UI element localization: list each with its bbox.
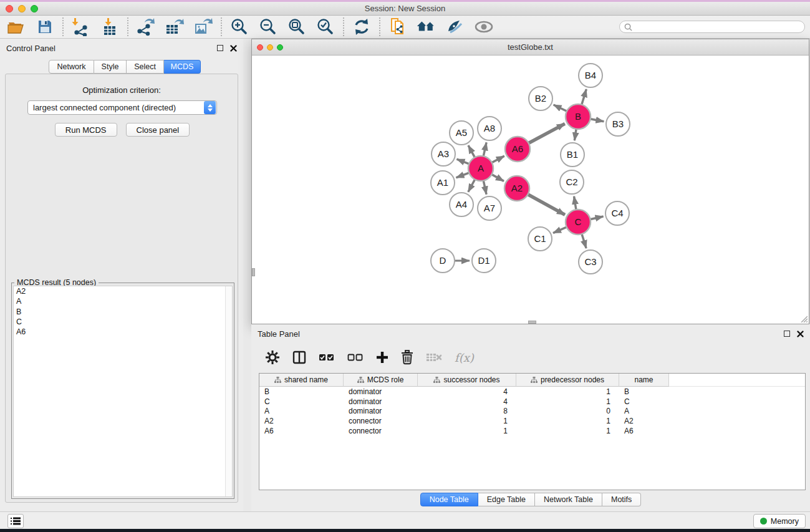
tab-motifs[interactable]: Motifs [602,493,641,506]
table-cell[interactable]: A2 [619,417,669,425]
run-mcds-button[interactable]: Run MCDS [55,123,117,137]
table-cell[interactable]: B [619,387,669,396]
node-table[interactable]: shared nameMCDS rolesuccessor nodesprede… [259,373,806,490]
zoom-selected-icon[interactable] [316,17,335,36]
table-cell[interactable]: B [259,387,344,396]
zoom-fit-icon[interactable] [287,17,307,36]
graph-node-B1[interactable]: B1 [561,143,584,167]
column-header-predecessor-nodes[interactable]: predecessor nodes [516,374,619,387]
column-header-name[interactable]: name [619,374,669,387]
table-cell[interactable]: 4 [418,397,516,406]
import-network-icon[interactable] [71,17,91,36]
table-cell[interactable]: dominator [344,387,418,396]
table-cell[interactable]: dominator [344,407,418,415]
table-cell[interactable]: A2 [259,417,344,425]
settings-gear-icon[interactable] [265,350,280,365]
table-cell[interactable]: 1 [516,417,619,425]
close-panel-button[interactable]: Close panel [126,123,190,137]
column-header-successor-nodes[interactable]: successor nodes [418,374,516,387]
export-table-icon[interactable] [165,17,185,36]
graph-node-D[interactable]: D [431,249,455,273]
graph-node-B2[interactable]: B2 [529,87,552,110]
search-input[interactable] [635,22,804,32]
float-panel-icon[interactable] [217,45,223,51]
show-hide-eye-icon[interactable] [474,17,494,36]
import-table-icon[interactable] [100,17,120,36]
table-cell[interactable]: 1 [516,387,619,396]
home-layout-icon[interactable] [417,17,436,36]
graph-node-A3[interactable]: A3 [432,142,455,166]
zoom-in-icon[interactable] [229,17,249,36]
graph-node-A5[interactable]: A5 [450,121,473,145]
select-all-icon[interactable] [319,353,335,362]
table-cell[interactable]: C [259,397,344,406]
graph-node-B3[interactable]: B3 [606,112,630,136]
tab-mcds[interactable]: MCDS [164,60,201,74]
graph-node-A2[interactable]: A2 [504,176,529,201]
network-graph[interactable]: B4B2BB3A8A5A6A3B1AA1C2A2A4A7C4CC1C3DD1 [252,56,809,324]
graphics-details-icon[interactable] [445,17,465,36]
graph-node-C1[interactable]: C1 [528,227,552,251]
mcds-result-item[interactable]: C [14,317,232,327]
table-cell[interactable]: 8 [418,407,516,415]
column-header-shared-name[interactable]: shared name [259,374,344,387]
mcds-result-list[interactable]: A2ABCA6 [13,286,233,497]
mcds-result-item[interactable]: A2 [14,286,232,296]
export-network-icon[interactable] [136,17,156,36]
memory-button[interactable]: Memory [753,514,806,528]
graph-node-B4[interactable]: B4 [579,64,602,87]
table-row[interactable]: Bdominator41B [259,387,805,397]
table-cell[interactable]: 1 [516,397,619,406]
tab-select[interactable]: Select [127,60,164,74]
table-cell[interactable]: C [619,397,669,406]
tab-network-table[interactable]: Network Table [535,493,602,506]
tab-node-table[interactable]: Node Table [420,493,478,506]
add-row-icon[interactable] [376,351,388,364]
graph-node-A[interactable]: A [468,156,493,181]
table-row[interactable]: A6connector11A6 [259,426,805,436]
table-cell[interactable]: 0 [516,407,619,415]
table-row[interactable]: Adominator80A [259,407,805,417]
graph-node-A4[interactable]: A4 [450,193,473,216]
tab-edge-table[interactable]: Edge Table [478,493,535,506]
table-cell[interactable]: A6 [619,427,669,435]
close-panel-icon[interactable] [230,45,237,52]
criterion-dropdown[interactable]: largest connected component (directed) [27,100,217,115]
save-session-icon[interactable] [35,17,55,36]
graph-node-C[interactable]: C [566,210,591,235]
close-table-panel-icon[interactable] [797,331,804,337]
tab-network[interactable]: Network [49,60,94,74]
table-cell[interactable]: A [259,407,344,415]
column-header-MCDS-role[interactable]: MCDS role [344,374,418,387]
export-image-icon[interactable] [193,17,213,36]
graph-node-B[interactable]: B [566,104,591,129]
graph-node-A7[interactable]: A7 [478,196,501,220]
network-window-titlebar[interactable]: testGlobe.txt [252,39,809,56]
refresh-icon[interactable] [352,17,372,36]
vertical-scroll-nub[interactable] [252,268,255,276]
zoom-out-icon[interactable] [258,17,278,36]
table-row[interactable]: Cdominator41C [259,397,805,407]
table-cell[interactable]: connector [344,427,418,435]
scrollbar-track[interactable] [225,286,232,496]
graph-node-C4[interactable]: C4 [605,201,629,225]
table-cell[interactable]: A [619,407,669,415]
graph-node-A6[interactable]: A6 [505,137,530,162]
table-cell[interactable]: 1 [418,417,516,425]
horizontal-scroll-nub[interactable] [528,321,536,324]
task-history-button[interactable] [7,514,24,528]
show-columns-icon[interactable] [292,351,306,364]
graph-node-A1[interactable]: A1 [431,171,455,195]
table-cell[interactable]: A6 [259,427,344,435]
graph-node-C2[interactable]: C2 [560,170,584,194]
resize-grip-icon[interactable] [799,314,808,322]
tab-style[interactable]: Style [94,60,127,74]
clone-network-icon[interactable] [388,17,408,36]
graph-node-D1[interactable]: D1 [472,249,496,273]
mcds-result-item[interactable]: A6 [14,327,232,337]
graph-node-A8[interactable]: A8 [478,117,501,140]
table-cell[interactable]: 1 [516,427,619,435]
table-cell[interactable]: connector [344,417,418,425]
table-row[interactable]: A2connector11A2 [259,416,805,426]
table-cell[interactable]: dominator [344,397,418,406]
